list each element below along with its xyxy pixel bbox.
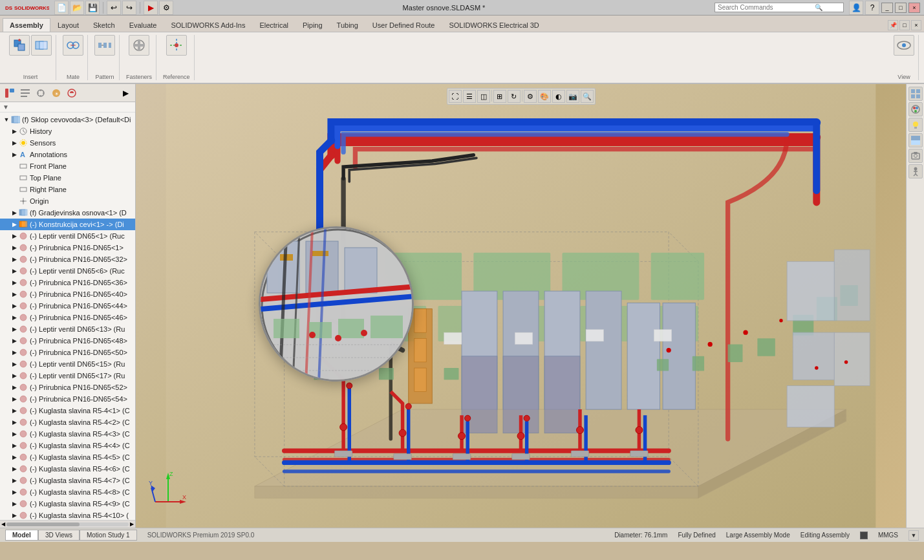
run-btn[interactable]: ▶ [144, 1, 158, 15]
scroll-right-btn[interactable]: ▶ [130, 521, 134, 527]
tree-item-sensors[interactable]: ▶ Sensors [0, 137, 135, 149]
tree-item-front-plane[interactable]: Front Plane [0, 160, 135, 172]
appearance-btn[interactable] [65, 86, 79, 100]
tab-tubing[interactable]: Tubing [330, 18, 365, 32]
tree-item-kug4[interactable]: ▶ (-) Kuglasta slavina R5-4<4> (C [0, 440, 135, 451]
view-settings-btn[interactable]: ⚙ [524, 90, 537, 103]
kug8-expand-icon[interactable]: ▶ [10, 488, 18, 496]
tree-item-leptir15[interactable]: ▶ (-) Leptir ventil DN65<15> (Ru [0, 358, 135, 370]
prir48-expand-icon[interactable]: ▶ [10, 337, 18, 345]
help-btn[interactable]: ? [865, 1, 879, 15]
kug3-expand-icon[interactable]: ▶ [10, 430, 18, 438]
kug4-expand-icon[interactable]: ▶ [10, 442, 18, 449]
tree-item-prir36[interactable]: ▶ (-) Prirubnica PN16-DN65<36> [0, 277, 135, 288]
history-expand-icon[interactable]: ▶ [10, 127, 18, 135]
tree-item-leptir17[interactable]: ▶ (-) Leptir ventil DN65<17> (Ru [0, 370, 135, 382]
property-manager-btn[interactable] [18, 86, 32, 100]
tree-item-leptir1[interactable]: ▶ (-) Leptir ventil DN65<1> (Ruc [0, 230, 135, 242]
undo-btn[interactable]: ↩ [107, 1, 121, 15]
search-input[interactable] [718, 4, 815, 11]
prir50-expand-icon[interactable]: ▶ [10, 349, 18, 356]
kug5-expand-icon[interactable]: ▶ [10, 453, 18, 461]
tab-addins[interactable]: SOLIDWORKS Add-Ins [164, 18, 252, 32]
konstr-expand-icon[interactable]: ▶ [10, 221, 18, 228]
tab-piping[interactable]: Piping [295, 18, 330, 32]
tab-userroute[interactable]: User Defined Route [365, 18, 442, 32]
tab-evaluate[interactable]: Evaluate [122, 18, 164, 32]
tab-3dviews[interactable]: 3D Views [38, 530, 80, 541]
tab-assembly[interactable]: Assembly [3, 18, 50, 32]
display-mode-btn[interactable]: ☰ [463, 90, 476, 103]
tree-item-prir1[interactable]: ▶ (-) Prirubnica PN16-DN65<1> [0, 242, 135, 253]
leptir17-expand-icon[interactable]: ▶ [10, 372, 18, 380]
redo-btn[interactable]: ↪ [122, 1, 136, 15]
tree-item-origin[interactable]: Origin [0, 195, 135, 207]
leptir15-expand-icon[interactable]: ▶ [10, 360, 18, 368]
insert-component-btn[interactable] [9, 35, 30, 56]
kug1-expand-icon[interactable]: ▶ [10, 407, 18, 415]
tree-item-kug9[interactable]: ▶ (-) Kuglasta slavina R5-4<9> (C [0, 498, 135, 510]
scene-bg-btn[interactable]: ◐ [552, 90, 565, 103]
leptir1-expand-icon[interactable]: ▶ [10, 232, 18, 240]
tree-hscrollbar[interactable]: ◀ ▶ [0, 520, 135, 528]
tab-layout[interactable]: Layout [50, 18, 86, 32]
feature-manager-btn[interactable] [3, 86, 17, 100]
view-selector-btn[interactable] [908, 87, 923, 101]
leptir6-expand-icon[interactable]: ▶ [10, 267, 18, 275]
tree-item-prir44[interactable]: ▶ (-) Prirubnica PN16-DN65<44> [0, 300, 135, 312]
pin-ribbon-btn[interactable]: 📌 [888, 20, 898, 30]
tab-motion-study[interactable]: Motion Study 1 [80, 530, 137, 541]
tree-item-kug2[interactable]: ▶ (-) Kuglasta slavina R5-4<2> (C [0, 416, 135, 428]
root-expand-icon[interactable]: ▼ [3, 116, 10, 124]
hscroll-thumb[interactable] [6, 522, 80, 526]
tree-item-prir54[interactable]: ▶ (-) Prirubnica PN16-DN65<54> [0, 393, 135, 405]
mate-btn[interactable] [63, 35, 83, 56]
annotations-expand-icon[interactable]: ▶ [10, 151, 18, 158]
kug9-expand-icon[interactable]: ▶ [10, 500, 18, 508]
minimize-btn[interactable]: _ [881, 3, 893, 13]
tree-item-prir48[interactable]: ▶ (-) Prirubnica PN16-DN65<48> [0, 335, 135, 347]
prir46-expand-icon[interactable]: ▶ [10, 314, 18, 321]
kug10-expand-icon[interactable]: ▶ [10, 512, 18, 519]
tab-sw-electrical-3d[interactable]: SOLIDWORKS Electrical 3D [442, 18, 546, 32]
section-view-btn[interactable]: ◫ [477, 90, 490, 103]
tree-item-top-plane[interactable]: Top Plane [0, 172, 135, 184]
search-box[interactable]: 🔍 [714, 3, 844, 12]
prir36-expand-icon[interactable]: ▶ [10, 279, 18, 286]
tab-sketch[interactable]: Sketch [86, 18, 122, 32]
tree-item-leptir13[interactable]: ▶ (-) Leptir ventil DN65<13> (Ru [0, 323, 135, 335]
tree-item-leptir6[interactable]: ▶ (-) Leptir ventil DN65<6> (Ruc [0, 265, 135, 277]
expand-panel-btn[interactable]: ▶ [118, 86, 133, 100]
close-ribbon-btn[interactable]: × [911, 20, 921, 30]
zoom-btn[interactable]: 🔍 [581, 90, 594, 103]
new-btn[interactable]: 📄 [54, 1, 69, 15]
tab-electrical[interactable]: Electrical [252, 18, 295, 32]
prir44-expand-icon[interactable]: ▶ [10, 302, 18, 310]
kug6-expand-icon[interactable]: ▶ [10, 465, 18, 473]
tree-item-history[interactable]: ▶ History [0, 125, 135, 137]
restore-ribbon-btn[interactable]: □ [899, 20, 910, 30]
scroll-left-btn[interactable]: ◀ [1, 521, 5, 527]
tree-item-kug5[interactable]: ▶ (-) Kuglasta slavina R5-4<5> (C [0, 451, 135, 463]
tree-item-konstrukcija[interactable]: ▶ (-) Konstrukcija cevi<1> -> (Di [0, 219, 135, 230]
sensors-expand-icon[interactable]: ▶ [10, 139, 18, 147]
render-tools-btn[interactable]: 🎨 [538, 90, 551, 103]
tree-item-kug10[interactable]: ▶ (-) Kuglasta slavina R5-4<10> ( [0, 510, 135, 520]
lighting-btn[interactable] [908, 118, 923, 132]
rotate-btn[interactable]: ↻ [508, 90, 521, 103]
tree-item-kug3[interactable]: ▶ (-) Kuglasta slavina R5-4<3> (C [0, 428, 135, 440]
tree-item-kug1[interactable]: ▶ (-) Kuglasta slavina R5-4<1> (C [0, 405, 135, 416]
walkthrough-btn[interactable] [908, 164, 923, 178]
units-dropdown-btn[interactable]: ▼ [908, 530, 919, 541]
viewport[interactable]: ⛶ ☰ ◫ ⊞ ↻ ⚙ 🎨 ◐ 📷 🔍 [136, 84, 906, 528]
open-btn[interactable]: 📂 [70, 1, 84, 15]
view-btn[interactable] [894, 35, 914, 56]
scene-btn[interactable] [908, 133, 923, 147]
config-manager-btn[interactable] [34, 86, 48, 100]
tab-model[interactable]: Model [5, 530, 38, 541]
prir52-expand-icon[interactable]: ▶ [10, 383, 18, 391]
kug2-expand-icon[interactable]: ▶ [10, 418, 18, 426]
tree-item-prir32[interactable]: ▶ (-) Prirubnica PN16-DN65<32> [0, 253, 135, 265]
leptir13-expand-icon[interactable]: ▶ [10, 325, 18, 333]
save-btn[interactable]: 💾 [85, 1, 100, 15]
